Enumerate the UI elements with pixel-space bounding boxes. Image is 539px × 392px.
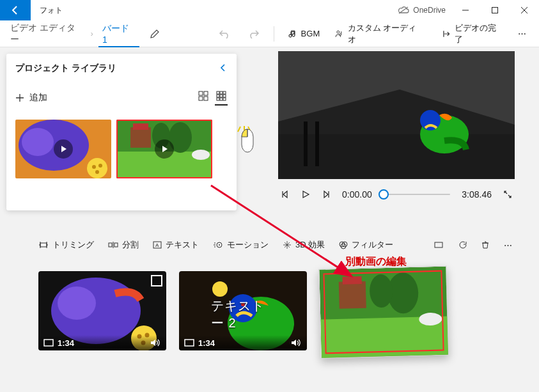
motion-button[interactable]: モーション	[213, 239, 269, 251]
storyboard-clip[interactable]: 1:34	[38, 271, 166, 350]
library-thumb[interactable]	[116, 120, 212, 178]
svg-rect-14	[217, 98, 219, 100]
back-button[interactable]	[0, 0, 31, 20]
onedrive-status[interactable]: OneDrive	[393, 6, 451, 15]
breadcrumb-project[interactable]: バード 1	[98, 20, 139, 47]
more-button[interactable]: ⋯	[513, 26, 533, 41]
svg-rect-2	[492, 8, 498, 13]
close-button[interactable]	[510, 0, 539, 20]
trim-button[interactable]: トリミング	[38, 239, 94, 251]
svg-rect-9	[220, 91, 223, 94]
crop-button[interactable]	[434, 240, 444, 249]
volume-icon[interactable]	[150, 338, 161, 347]
svg-rect-36	[304, 122, 308, 166]
3d-effects-button[interactable]: 3D 効果	[283, 239, 325, 251]
minimize-icon	[462, 6, 469, 14]
trim-label: トリミング	[52, 239, 94, 251]
play-overlay	[155, 139, 174, 159]
svg-rect-45	[40, 243, 47, 247]
svg-rect-47	[114, 243, 118, 247]
svg-rect-46	[109, 243, 112, 247]
split-icon	[108, 240, 118, 249]
fullscreen-button[interactable]	[503, 190, 512, 199]
svg-point-66	[212, 281, 228, 297]
plus-icon	[15, 93, 24, 102]
svg-rect-70	[185, 340, 194, 346]
filter-button[interactable]: フィルター	[339, 239, 393, 251]
chevron-left-icon	[219, 63, 228, 72]
add-media-button[interactable]: 追加	[15, 92, 47, 104]
svg-point-23	[95, 170, 99, 174]
svg-point-3	[337, 31, 340, 33]
aspect-icon	[184, 339, 194, 347]
svg-point-20	[87, 158, 107, 178]
svg-rect-27	[130, 127, 151, 148]
svg-point-22	[98, 164, 102, 168]
play-button[interactable]	[301, 190, 310, 199]
text-label: テキスト	[166, 239, 199, 251]
svg-rect-37	[315, 122, 319, 166]
split-button[interactable]: 分割	[108, 239, 139, 251]
rename-button[interactable]	[145, 26, 165, 42]
maximize-button[interactable]	[480, 0, 510, 20]
delete-button[interactable]	[481, 240, 490, 249]
preview-canvas[interactable]	[278, 51, 515, 179]
svg-rect-8	[217, 91, 219, 94]
prev-frame-button[interactable]	[281, 190, 290, 199]
svg-point-52	[219, 244, 220, 246]
svg-rect-12	[220, 95, 223, 97]
sparkle-icon	[283, 240, 292, 249]
trim-icon	[38, 240, 49, 249]
volume-icon[interactable]	[290, 338, 302, 347]
maximize-icon	[491, 6, 499, 14]
seek-slider[interactable]	[384, 194, 451, 195]
text-button[interactable]: A テキスト	[153, 239, 199, 251]
onedrive-label: OneDrive	[413, 6, 446, 15]
motion-label: モーション	[227, 239, 269, 251]
fullscreen-icon	[503, 190, 512, 199]
dragged-clip-preview	[318, 265, 449, 358]
bgm-button[interactable]: BGM	[283, 26, 325, 41]
music-icon	[288, 29, 297, 38]
library-collapse-button[interactable]	[219, 63, 228, 74]
next-frame-button[interactable]	[322, 190, 331, 199]
svg-point-21	[92, 165, 96, 169]
play-icon	[301, 190, 310, 199]
view-large-grid-button[interactable]	[197, 90, 210, 106]
add-label: 追加	[29, 92, 47, 104]
finish-video-button[interactable]: ビデオの完了	[437, 20, 508, 48]
finish-label: ビデオの完了	[455, 22, 503, 45]
rotate-button[interactable]	[458, 240, 467, 249]
minimize-button[interactable]	[451, 0, 480, 20]
breadcrumb-root[interactable]: ビデオ エディター	[6, 20, 86, 48]
redo-button[interactable]	[242, 26, 265, 42]
svg-rect-4	[199, 91, 203, 95]
skip-back-icon	[281, 190, 290, 199]
custom-audio-label: カスタム オーディオ	[348, 22, 422, 45]
close-icon	[520, 6, 528, 14]
clip-duration: 1:34	[58, 338, 74, 348]
svg-rect-13	[223, 95, 226, 97]
undo-button[interactable]	[214, 26, 237, 42]
pencil-icon	[150, 29, 160, 39]
svg-text:A: A	[155, 242, 159, 248]
svg-rect-28	[133, 123, 148, 130]
aspect-icon	[43, 339, 54, 347]
svg-rect-64	[44, 340, 53, 346]
svg-rect-56	[435, 242, 442, 247]
filter-icon	[339, 240, 348, 249]
svg-rect-11	[217, 95, 219, 97]
clip-select-checkbox[interactable]	[151, 275, 162, 286]
svg-rect-16	[223, 98, 226, 100]
view-small-grid-button[interactable]	[215, 90, 228, 106]
svg-rect-5	[204, 91, 208, 95]
audio-person-icon	[335, 29, 343, 38]
svg-marker-43	[324, 191, 328, 198]
export-icon	[442, 29, 451, 38]
storyboard-clip[interactable]: テキストー 2 1:34	[179, 271, 307, 350]
library-thumb[interactable]	[15, 120, 111, 178]
svg-point-31	[192, 150, 210, 160]
svg-rect-7	[204, 97, 208, 100]
custom-audio-button[interactable]: カスタム オーディオ	[330, 20, 426, 48]
storyboard-more-button[interactable]: ⋯	[504, 240, 513, 250]
